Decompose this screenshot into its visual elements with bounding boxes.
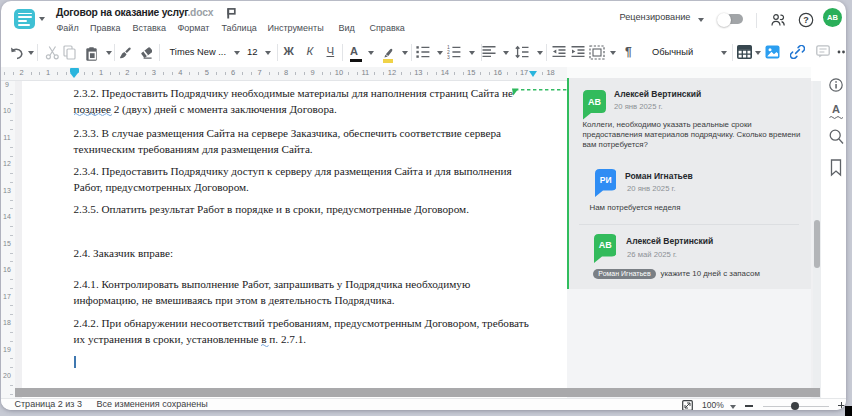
svg-text:АВ: АВ — [598, 241, 611, 251]
svg-text:РИ: РИ — [599, 175, 611, 185]
svg-text:3: 3 — [447, 54, 450, 59]
svg-text:?: ? — [803, 15, 809, 25]
svg-text:АВ: АВ — [588, 96, 601, 106]
